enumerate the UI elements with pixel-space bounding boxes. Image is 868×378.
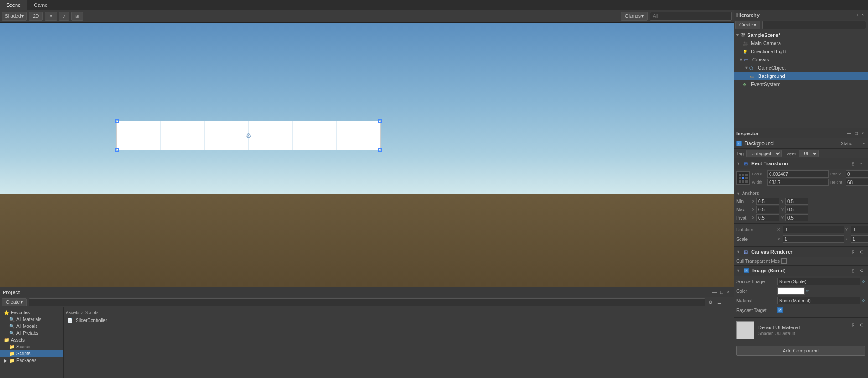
object-active-checkbox[interactable]: ✓ — [736, 141, 742, 146]
hier-gameobject[interactable]: ▼ GameObject — [734, 64, 868, 72]
color-preview[interactable] — [777, 287, 805, 295]
anchor-pivot-x[interactable] — [756, 214, 779, 221]
static-arrow[interactable]: ▾ — [863, 141, 865, 146]
rect-paste-btn[interactable]: ⋯ — [858, 160, 865, 167]
all-prefabs-item[interactable]: 🔍 All Prefabs — [0, 330, 63, 337]
project-view-btn[interactable]: ☰ — [716, 299, 723, 305]
hier-directional-light[interactable]: Directional Light — [734, 47, 868, 56]
rect-transform-header[interactable]: ▼ ⊞ Rect Transform ⎘ ⋯ — [734, 158, 868, 169]
scale-y-input[interactable] — [851, 235, 868, 243]
anchor-max-y[interactable] — [785, 206, 808, 213]
mat-copy-btn[interactable]: ⎘ — [849, 321, 857, 328]
mat-settings-btn[interactable]: ⚙ — [858, 321, 865, 328]
light-btn[interactable]: ☀ — [45, 12, 57, 21]
anchor-min-x[interactable] — [756, 198, 779, 205]
img-copy-btn[interactable]: ⎘ — [849, 267, 857, 274]
anchor-pivot-xy: X Y — [752, 214, 808, 221]
hierarchy-create-bar: Create ▾ — [734, 20, 868, 30]
cull-checkbox[interactable] — [781, 258, 787, 264]
favorites-group[interactable]: ⭐ Favorites — [0, 309, 63, 316]
static-checkbox[interactable] — [855, 141, 860, 146]
assets-group[interactable]: 📁 Assets — [0, 337, 63, 343]
scene-search[interactable] — [650, 12, 732, 21]
material-input[interactable] — [777, 297, 860, 304]
gizmos-btn[interactable]: Gizmos ▾ — [621, 12, 648, 21]
project-close-btn[interactable]: × — [725, 289, 731, 295]
background-ui-rect[interactable]: ⚙ — [116, 121, 381, 150]
source-edit-btn[interactable]: ⊙ — [862, 279, 865, 284]
scene-root-item[interactable]: ▼ 🎬 SampleScene* — [734, 31, 868, 39]
viewport-canvas[interactable]: ⚙ — [0, 23, 734, 287]
project-dots-btn[interactable]: ⋯ — [724, 299, 732, 305]
shaded-dropdown[interactable]: Shaded ▾ — [2, 12, 27, 21]
hier-canvas[interactable]: ▼ Canvas — [734, 56, 868, 64]
canvas-renderer-title: Canvas Renderer — [751, 249, 847, 255]
inspector-scroll-area[interactable]: ✓ Background Static ▾ Tag Untagged Layer… — [734, 138, 868, 378]
anchor-pivot-y[interactable] — [785, 214, 808, 221]
project-create-btn[interactable]: Create ▾ — [2, 298, 27, 306]
scale-x-input[interactable] — [783, 235, 844, 243]
raycast-checkbox[interactable]: ✓ — [777, 307, 783, 313]
hier-eventsystem[interactable]: EventSystem — [734, 80, 868, 88]
anchor-min-y[interactable] — [785, 198, 808, 205]
anchor-max-x[interactable] — [756, 206, 779, 213]
width-field: Width — [752, 179, 829, 186]
audio-btn[interactable]: ♪ — [59, 12, 69, 21]
material-edit-btn[interactable]: ⊙ — [862, 298, 865, 303]
hier-close-btn[interactable]: × — [860, 12, 865, 18]
mode-2d-btn[interactable]: 2D — [29, 12, 43, 21]
scale-value: X Y Z — [777, 235, 868, 243]
layer-dropdown[interactable]: UI — [799, 150, 819, 157]
rect-copy-btn[interactable]: ⎘ — [849, 160, 857, 167]
hier-main-camera[interactable]: Main Camera — [734, 39, 868, 47]
hier-search[interactable] — [762, 21, 866, 29]
scripts-item[interactable]: 📁 Scripts — [0, 350, 63, 357]
pos-x-input[interactable] — [767, 170, 829, 178]
insp-maximize-btn[interactable]: □ — [853, 130, 859, 136]
project-header: Project — □ × — [0, 287, 734, 297]
add-component-btn[interactable]: Add Component — [736, 346, 865, 356]
rot-xyz: X Y Z — [777, 226, 868, 233]
canvas-renderer-header[interactable]: ▼ ⊞ Canvas Renderer ⎘ ⚙ — [734, 247, 868, 257]
slider-controller-file[interactable]: 📄 SliderController — [66, 317, 732, 324]
corner-tr[interactable] — [378, 119, 382, 123]
cr-settings-btn[interactable]: ⚙ — [858, 248, 865, 255]
corner-br[interactable] — [378, 148, 382, 152]
color-edit-btn[interactable]: ✏ — [806, 289, 810, 293]
cr-copy-btn[interactable]: ⎘ — [849, 248, 857, 255]
hier-minimize-btn[interactable]: — — [845, 12, 852, 18]
project-minimize-btn[interactable]: — — [711, 289, 718, 295]
hier-maximize-btn[interactable]: □ — [853, 12, 859, 18]
pos-y-input[interactable] — [846, 170, 868, 178]
width-input[interactable] — [767, 179, 829, 186]
project-maximize-btn[interactable]: □ — [719, 289, 724, 295]
scenes-item[interactable]: 📁 Scenes — [0, 343, 63, 350]
all-materials-item[interactable]: 🔍 All Materials — [0, 316, 63, 323]
all-models-item[interactable]: 🔍 All Models — [0, 323, 63, 330]
favorites-label: Favorites — [11, 310, 30, 315]
project-settings-btn[interactable]: ⚙ — [707, 299, 714, 305]
effects-btn[interactable]: ⊞ — [71, 12, 83, 21]
insp-close-btn[interactable]: × — [860, 130, 865, 136]
img-active-check[interactable]: ✓ — [744, 268, 749, 273]
packages-group[interactable]: ▶ 📁 Packages — [0, 357, 63, 364]
rot-y-input[interactable] — [851, 226, 868, 233]
corner-bl[interactable] — [115, 148, 119, 152]
ui-element-container[interactable]: ⚙ — [116, 121, 381, 150]
scene-tab[interactable]: Scene — [0, 0, 27, 10]
canvas-label: Canvas — [752, 57, 769, 62]
project-search[interactable] — [29, 298, 705, 306]
anchor-grid — [739, 174, 748, 183]
tag-dropdown[interactable]: Untagged — [746, 150, 782, 157]
anchor-preset-btn[interactable] — [736, 171, 750, 185]
corner-tl[interactable] — [115, 119, 119, 123]
hier-create-btn[interactable]: Create ▾ — [735, 21, 760, 29]
source-image-input[interactable] — [777, 278, 860, 285]
hier-background[interactable]: Background — [734, 72, 868, 80]
game-tab[interactable]: Game — [27, 0, 54, 10]
insp-minimize-btn[interactable]: — — [845, 130, 852, 136]
rot-x-input[interactable] — [783, 226, 844, 233]
height-input[interactable] — [846, 179, 868, 186]
image-script-header[interactable]: ▼ ✓ Image (Script) ⎘ ⚙ — [734, 266, 868, 276]
img-settings-btn[interactable]: ⚙ — [858, 267, 865, 274]
